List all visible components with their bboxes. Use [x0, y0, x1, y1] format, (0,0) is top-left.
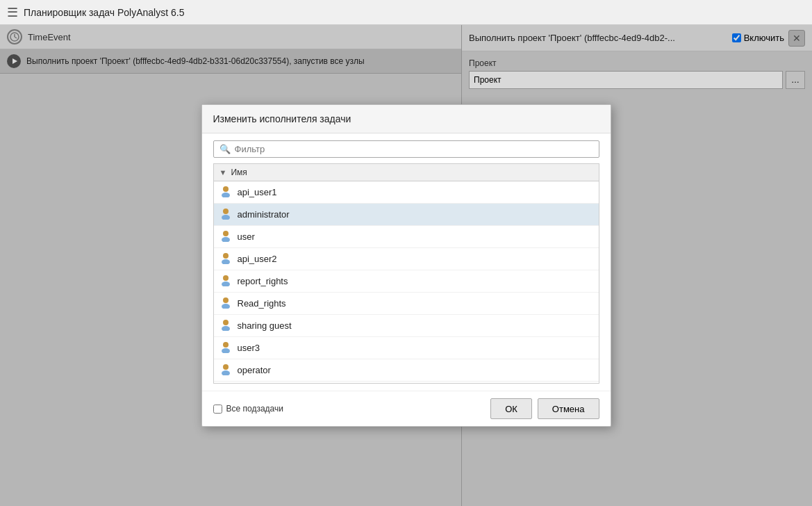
search-icon: 🔍 — [219, 144, 231, 154]
dialog-footer: Все подзадачи ОК Отмена — [202, 391, 611, 426]
user-row[interactable]: user — [214, 226, 599, 248]
user-row[interactable]: sharing guest — [214, 315, 599, 337]
filter-input[interactable] — [235, 144, 593, 154]
user-row[interactable]: operator — [214, 359, 599, 382]
user-name: administrator — [238, 209, 290, 220]
title-bar: ☰ Планировщик задач PolyAnalyst 6.5 — [0, 0, 812, 25]
user-name: user — [238, 231, 255, 242]
user-name: report_rights — [238, 276, 288, 286]
user-icon — [219, 341, 232, 353]
user-table: ▼ Имя api_user1 administrator user api_u… — [213, 163, 599, 384]
svg-point-13 — [223, 297, 229, 303]
svg-point-11 — [223, 275, 229, 281]
subtasks-check[interactable]: Все подзадачи — [213, 404, 283, 414]
user-icon — [219, 185, 232, 197]
svg-point-3 — [223, 186, 229, 192]
user-avatar-icon — [219, 252, 232, 266]
user-icon — [219, 274, 232, 286]
user-row[interactable]: api_user1 — [214, 181, 599, 204]
svg-point-20 — [222, 370, 230, 375]
user-icon — [219, 252, 232, 264]
user-avatar-icon — [219, 318, 232, 333]
svg-point-10 — [222, 259, 230, 264]
footer-buttons: ОК Отмена — [490, 398, 599, 419]
subtasks-label: Все подзадачи — [226, 404, 283, 414]
svg-point-12 — [222, 281, 230, 286]
user-row[interactable]: user3 — [214, 337, 599, 359]
user-icon — [219, 229, 232, 242]
user-icon — [219, 363, 232, 375]
modal-backdrop: Изменить исполнителя задачи 🔍 ▼ Имя api_… — [0, 25, 812, 506]
user-avatar-icon — [219, 296, 232, 311]
svg-point-5 — [223, 209, 229, 214]
user-name: operator — [238, 365, 271, 375]
user-name: api_user1 — [238, 187, 277, 197]
user-row[interactable]: Read_rights — [214, 293, 599, 315]
svg-point-14 — [222, 304, 230, 309]
svg-point-16 — [222, 326, 230, 331]
user-row[interactable]: report_rights — [214, 270, 599, 293]
user-avatar-icon — [219, 185, 232, 199]
dialog: Изменить исполнителя задачи 🔍 ▼ Имя api_… — [201, 104, 611, 427]
cancel-button[interactable]: Отмена — [538, 398, 599, 419]
svg-point-18 — [222, 348, 230, 353]
svg-point-15 — [223, 320, 229, 325]
user-avatar-icon — [219, 341, 232, 355]
user-icon — [219, 207, 232, 220]
user-row[interactable]: api_user2 — [214, 248, 599, 270]
user-name: Read_rights — [238, 298, 286, 309]
app-title: Планировщик задач PolyAnalyst 6.5 — [24, 7, 184, 18]
svg-point-4 — [222, 193, 230, 197]
user-row[interactable]: guest — [214, 382, 599, 383]
sort-icon: ▼ — [219, 168, 227, 177]
user-icon — [219, 296, 232, 309]
user-name: user3 — [238, 343, 260, 353]
ok-button[interactable]: ОК — [490, 398, 532, 419]
user-list[interactable]: api_user1 administrator user api_user2 r… — [214, 181, 599, 383]
user-icon — [219, 318, 232, 331]
subtasks-checkbox[interactable] — [213, 405, 222, 414]
svg-point-19 — [223, 364, 229, 370]
user-name: sharing guest — [238, 320, 292, 331]
svg-point-17 — [223, 342, 229, 348]
user-avatar-icon — [219, 207, 232, 222]
svg-point-9 — [223, 253, 229, 259]
user-name: api_user2 — [238, 254, 277, 264]
column-name-header: Имя — [231, 168, 247, 177]
svg-point-7 — [223, 231, 229, 236]
svg-point-6 — [222, 215, 230, 220]
dialog-title: Изменить исполнителя задачи — [202, 105, 611, 133]
user-row[interactable]: administrator — [214, 204, 599, 226]
user-avatar-icon — [219, 274, 232, 288]
filter-row: 🔍 — [213, 140, 599, 158]
table-header: ▼ Имя — [214, 164, 599, 181]
svg-point-8 — [222, 237, 230, 242]
menu-icon[interactable]: ☰ — [7, 5, 18, 20]
user-avatar-icon — [219, 363, 232, 377]
user-avatar-icon — [219, 229, 232, 244]
dialog-body: 🔍 ▼ Имя api_user1 administrator user — [202, 133, 611, 391]
